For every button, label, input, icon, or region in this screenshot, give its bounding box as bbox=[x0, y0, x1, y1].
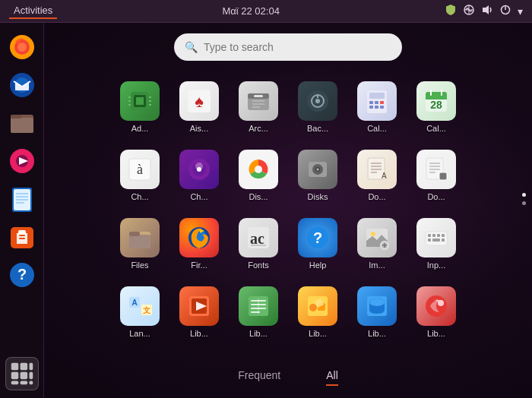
svg-rect-61 bbox=[369, 101, 373, 104]
app-item-aisleriot[interactable]: ♠ Ais... bbox=[169, 73, 229, 141]
dock-item-apps[interactable] bbox=[5, 357, 39, 390]
svg-rect-62 bbox=[375, 101, 378, 104]
app-item-cheese[interactable]: Ch... bbox=[169, 141, 229, 210]
app-icon-charmap: à bbox=[120, 150, 160, 189]
app-label-input: Inp... bbox=[427, 261, 445, 270]
topbar-datetime: Μαϊ 22 02:04 bbox=[222, 5, 279, 17]
svg-text:28: 28 bbox=[430, 99, 442, 111]
app-label-ad: Ad... bbox=[131, 124, 149, 133]
app-item-ad[interactable]: Ad... bbox=[110, 73, 169, 141]
dock-item-files[interactable] bbox=[5, 106, 39, 140]
svg-rect-121 bbox=[437, 234, 440, 237]
app-label-calculator: Cal... bbox=[367, 124, 387, 133]
svg-text:A: A bbox=[131, 298, 137, 307]
svg-rect-63 bbox=[380, 101, 384, 104]
svg-rect-65 bbox=[375, 106, 378, 109]
app-label-image: Im... bbox=[369, 261, 385, 270]
topbar-dropdown-icon[interactable]: ▾ bbox=[518, 5, 523, 17]
svg-rect-26 bbox=[19, 238, 25, 239]
svg-rect-25 bbox=[19, 235, 25, 236]
svg-text:ac: ac bbox=[250, 230, 264, 247]
svg-rect-51 bbox=[254, 95, 263, 97]
topbar: Activities Μαϊ 22 02:04 bbox=[0, 0, 532, 23]
svg-rect-12 bbox=[11, 118, 33, 133]
svg-rect-60 bbox=[369, 93, 385, 99]
app-icon-librimpress bbox=[179, 286, 219, 326]
topbar-left: Activities bbox=[9, 3, 57, 19]
app-icon-librebase bbox=[357, 286, 397, 326]
svg-point-8 bbox=[17, 43, 27, 52]
svg-rect-31 bbox=[29, 363, 33, 371]
app-label-calendar: Cal... bbox=[426, 124, 446, 133]
dock-item-software[interactable] bbox=[5, 220, 39, 254]
app-label-archive: Arc... bbox=[249, 124, 268, 133]
app-icon-livepatch bbox=[416, 286, 456, 326]
app-item-librebase[interactable]: Lib... bbox=[347, 278, 407, 346]
app-label-help: Help bbox=[309, 261, 327, 270]
dock: ? bbox=[0, 23, 44, 398]
app-item-firefox[interactable]: Fir... bbox=[169, 210, 229, 278]
svg-text:?: ? bbox=[17, 266, 26, 283]
search-input[interactable] bbox=[204, 41, 391, 53]
app-item-language[interactable]: A 文 Lan... bbox=[110, 278, 169, 346]
volume-icon[interactable] bbox=[481, 4, 493, 18]
search-bar[interactable]: 🔍 bbox=[174, 33, 402, 61]
app-icon-cheese bbox=[179, 150, 219, 189]
app-item-image[interactable]: Im... bbox=[347, 210, 407, 278]
app-item-docviewer2[interactable]: Do... bbox=[407, 141, 466, 210]
app-icon-firefox bbox=[179, 218, 219, 257]
app-item-diskusage[interactable]: Dis... bbox=[229, 141, 288, 210]
app-icon-libredraw bbox=[298, 286, 337, 326]
svg-marker-3 bbox=[483, 5, 489, 14]
app-label-charmap: Ch... bbox=[131, 192, 148, 201]
app-label-diskusage: Dis... bbox=[249, 192, 268, 201]
svg-rect-102 bbox=[129, 235, 150, 248]
app-item-help[interactable]: ? Help bbox=[288, 210, 347, 278]
app-item-livepatch[interactable]: Lib... bbox=[407, 278, 466, 346]
svg-rect-29 bbox=[11, 363, 18, 371]
dock-item-libreoffice[interactable] bbox=[5, 182, 39, 216]
app-label-files: Files bbox=[131, 261, 148, 270]
svg-point-57 bbox=[315, 99, 320, 103]
app-item-librimpress[interactable]: Lib... bbox=[169, 278, 229, 346]
app-item-calculator[interactable]: Cal... bbox=[347, 73, 407, 141]
app-item-input[interactable]: Inp... bbox=[407, 210, 466, 278]
app-icon-docviewer: A bbox=[357, 150, 397, 189]
dock-item-firefox[interactable] bbox=[5, 30, 39, 64]
app-label-librecalc: Lib... bbox=[249, 329, 268, 338]
svg-rect-34 bbox=[29, 372, 33, 380]
app-item-archive[interactable]: Arc... bbox=[229, 73, 288, 141]
app-item-librecalc[interactable]: Lib... bbox=[229, 278, 288, 346]
app-item-calendar[interactable]: 28 Cal... bbox=[407, 73, 466, 141]
activities-label[interactable]: Activities bbox=[9, 3, 57, 19]
app-icon-image bbox=[357, 218, 397, 257]
tab-frequent[interactable]: Frequent bbox=[238, 369, 280, 386]
app-item-files[interactable]: Files bbox=[110, 210, 169, 278]
app-label-fonts: Fonts bbox=[248, 261, 269, 270]
app-icon-fonts: ac bbox=[239, 218, 278, 257]
svg-rect-64 bbox=[369, 106, 373, 109]
app-icon-language: A 文 bbox=[120, 286, 160, 326]
dock-item-thunderbird[interactable] bbox=[5, 68, 39, 102]
svg-rect-40 bbox=[136, 97, 144, 105]
dock-item-rhythmbox[interactable] bbox=[5, 144, 39, 178]
app-item-libredraw[interactable]: Lib... bbox=[288, 278, 347, 346]
svg-point-140 bbox=[309, 304, 317, 311]
app-item-backup[interactable]: Bac... bbox=[288, 73, 347, 141]
network-icon[interactable] bbox=[463, 4, 475, 18]
scroll-dot-1 bbox=[522, 193, 526, 197]
svg-rect-123 bbox=[428, 238, 431, 242]
app-label-language: Lan... bbox=[129, 329, 150, 338]
app-label-aisleriot: Ais... bbox=[190, 124, 208, 133]
app-item-docviewer[interactable]: A Do... bbox=[347, 141, 407, 210]
app-item-disks[interactable]: Disks bbox=[288, 141, 347, 210]
app-item-charmap[interactable]: à Ch... bbox=[110, 141, 169, 210]
power-icon[interactable] bbox=[499, 4, 511, 18]
app-label-librebase: Lib... bbox=[368, 329, 386, 338]
app-item-fonts[interactable]: ac Fonts bbox=[229, 210, 288, 278]
dock-item-help[interactable]: ? bbox=[5, 258, 39, 292]
tab-all[interactable]: All bbox=[326, 369, 338, 386]
svg-rect-119 bbox=[428, 234, 431, 237]
svg-rect-13 bbox=[11, 115, 21, 118]
shield-icon[interactable] bbox=[445, 4, 457, 18]
